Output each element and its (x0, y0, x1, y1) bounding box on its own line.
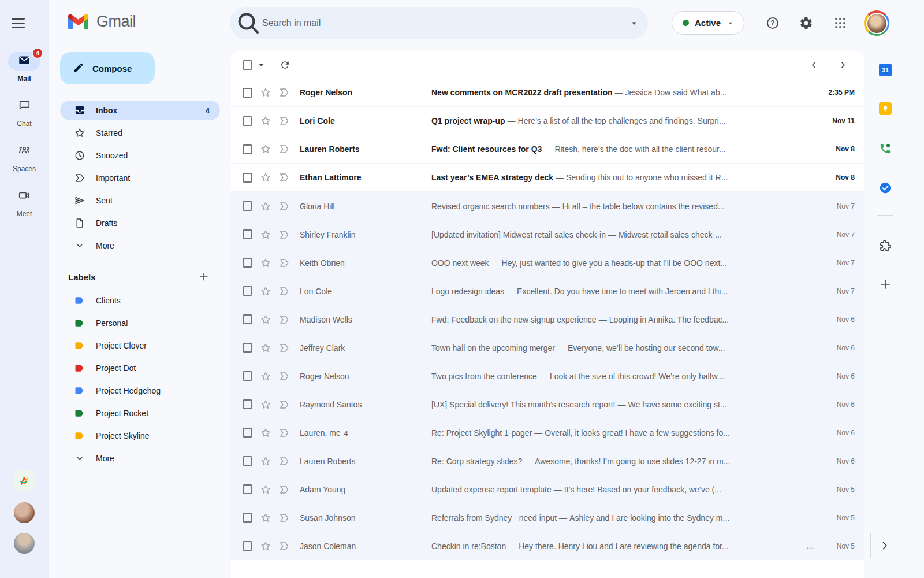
row-checkbox[interactable] (243, 88, 252, 98)
sidebar-item-snoozed[interactable]: Snoozed (60, 146, 220, 165)
sidebar-item-starred[interactable]: Starred (60, 123, 220, 143)
row-checkbox[interactable] (243, 343, 252, 353)
importance-marker-icon[interactable] (278, 115, 290, 127)
sidebar-item-drafts[interactable]: Drafts (60, 213, 220, 233)
contact-avatar[interactable] (14, 533, 35, 554)
email-row[interactable]: Lori ColeQ1 project wrap-up—Here’s a lis… (231, 107, 864, 135)
search-bar[interactable] (230, 7, 648, 39)
keep-icon[interactable] (871, 96, 899, 121)
label-item-project-clover[interactable]: Project Clover (60, 336, 220, 355)
workspace-logo[interactable] (13, 469, 36, 492)
star-icon[interactable] (260, 257, 271, 269)
row-checkbox[interactable] (243, 371, 252, 381)
show-side-panel-icon[interactable] (873, 534, 896, 557)
email-row[interactable]: Lauren RobertsFwd: Client resources for … (231, 135, 864, 164)
refresh-icon[interactable] (280, 60, 290, 71)
label-item-project-dot[interactable]: Project Dot (60, 358, 220, 378)
row-checkbox[interactable] (243, 541, 252, 551)
importance-marker-icon[interactable] (278, 229, 290, 240)
sidebar-item-important[interactable]: Important (60, 168, 220, 188)
importance-marker-icon[interactable] (278, 172, 290, 183)
rail-item-spaces[interactable]: Spaces (0, 139, 49, 184)
star-icon[interactable] (260, 370, 271, 382)
email-row[interactable]: Ethan LattimoreLast year’s EMEA strategy… (231, 164, 864, 192)
importance-marker-icon[interactable] (278, 143, 290, 155)
star-icon[interactable] (260, 427, 271, 439)
email-row[interactable]: Raymond Santos[UX] Special delivery! Thi… (231, 390, 864, 418)
row-checkbox[interactable] (243, 144, 252, 154)
star-icon[interactable] (260, 455, 271, 467)
star-icon[interactable] (260, 286, 271, 297)
star-icon[interactable] (260, 201, 271, 212)
star-icon[interactable] (260, 115, 271, 127)
row-checkbox[interactable] (243, 229, 252, 239)
rail-item-mail[interactable]: 4Mail (0, 49, 49, 94)
row-checkbox[interactable] (243, 116, 252, 126)
star-icon[interactable] (260, 229, 271, 240)
email-row[interactable]: Susan JohnsonReferrals from Sydney - nee… (231, 503, 864, 532)
email-row[interactable]: Adam YoungUpdated expense report templat… (231, 475, 864, 503)
main-menu-icon[interactable] (12, 15, 37, 31)
star-icon[interactable] (260, 540, 271, 552)
star-icon[interactable] (260, 512, 271, 524)
row-checkbox[interactable] (243, 399, 252, 409)
importance-marker-icon[interactable] (278, 201, 290, 212)
email-row[interactable]: Madison WellsFwd: Feedback on the new si… (231, 305, 864, 334)
importance-marker-icon[interactable] (278, 427, 290, 439)
compose-button[interactable]: Compose (60, 52, 155, 84)
email-row[interactable]: Lori ColeLogo redesign ideas—Excellent. … (231, 277, 864, 305)
add-icon[interactable] (871, 272, 899, 297)
row-checkbox[interactable] (243, 314, 252, 324)
star-icon[interactable] (260, 484, 271, 495)
sidebar-item-inbox[interactable]: Inbox4 (60, 101, 220, 120)
row-checkbox[interactable] (243, 456, 252, 466)
label-item-clients[interactable]: Clients (60, 291, 220, 310)
row-checkbox[interactable] (243, 286, 252, 296)
label-item-project-hedgehog[interactable]: Project Hedgehog (60, 381, 220, 401)
importance-marker-icon[interactable] (278, 286, 290, 297)
older-page-icon[interactable] (832, 54, 854, 76)
importance-marker-icon[interactable] (278, 314, 290, 325)
importance-marker-icon[interactable] (278, 370, 290, 382)
newer-page-icon[interactable] (803, 54, 825, 76)
row-checkbox[interactable] (243, 428, 252, 438)
row-checkbox[interactable] (243, 173, 252, 183)
email-row[interactable]: Keith ObrienOOO next week—Hey, just want… (231, 249, 864, 277)
row-checkbox[interactable] (243, 258, 252, 268)
importance-marker-icon[interactable] (278, 484, 290, 495)
rail-item-chat[interactable]: Chat (0, 94, 49, 139)
row-checkbox[interactable] (243, 484, 252, 494)
calendar-icon[interactable]: 31 (871, 57, 899, 83)
star-icon[interactable] (260, 87, 271, 98)
star-icon[interactable] (260, 172, 271, 183)
importance-marker-icon[interactable] (278, 512, 290, 524)
email-row[interactable]: Jeffrey ClarkTown hall on the upcoming m… (231, 334, 864, 362)
label-item-project-skyline[interactable]: Project Skyline (60, 426, 220, 446)
create-label-icon[interactable] (195, 268, 213, 286)
row-checkbox[interactable] (243, 201, 252, 211)
search-icon[interactable] (234, 9, 262, 37)
star-icon[interactable] (260, 143, 271, 155)
profile-avatar[interactable] (864, 10, 889, 36)
search-input[interactable] (262, 18, 620, 28)
email-row[interactable]: Jason ColemanCheckin in re:Boston—Hey th… (231, 532, 864, 560)
email-row[interactable]: Lauren RobertsRe: Corp strategy slides?—… (231, 447, 864, 475)
importance-marker-icon[interactable] (278, 455, 290, 467)
star-icon[interactable] (260, 399, 271, 410)
tasks-icon[interactable] (871, 175, 899, 201)
settings-gear-icon[interactable] (793, 10, 819, 36)
email-row[interactable]: Gloria HillRevised organic search number… (231, 192, 864, 220)
importance-marker-icon[interactable] (278, 399, 290, 410)
help-icon[interactable]: ? (760, 10, 785, 36)
search-options-caret-icon[interactable] (620, 9, 648, 37)
importance-marker-icon[interactable] (278, 257, 290, 269)
addons-icon[interactable] (871, 233, 899, 258)
voice-icon[interactable] (871, 136, 899, 161)
importance-marker-icon[interactable] (278, 540, 290, 552)
label-item-project-rocket[interactable]: Project Rocket (60, 403, 220, 423)
email-row[interactable]: Roger NelsonTwo pics from the conference… (231, 362, 864, 390)
apps-grid-icon[interactable] (828, 10, 853, 36)
contact-avatar[interactable] (14, 502, 35, 523)
email-row[interactable]: Lauren, me4Re: Project Skylight 1-pager—… (231, 418, 864, 447)
labels-more[interactable]: More (60, 449, 220, 468)
